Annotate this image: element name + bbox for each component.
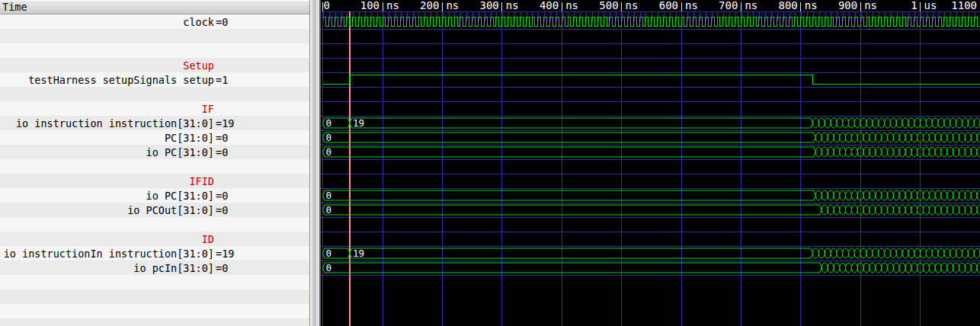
- signal-row[interactable]: PC[31:0]=0: [0, 130, 309, 145]
- signal-value: =0: [216, 262, 309, 274]
- timeline-tick-unit: ns: [506, 0, 519, 11]
- group-label: IF: [0, 103, 214, 115]
- timeline[interactable]: 0100ns200ns300ns400ns500ns600ns700ns800n…: [321, 0, 980, 11]
- blank-row: [0, 275, 309, 289]
- timeline-tick-label: 100: [360, 0, 380, 11]
- timeline-minor-ticks: [323, 11, 980, 21]
- grid-horizontal-line: [321, 174, 980, 174]
- timeline-tick-label: 600: [659, 0, 678, 11]
- timeline-tick-unit: ns: [745, 0, 757, 11]
- signal-name: io_PC[31:0]: [0, 190, 214, 202]
- signal-value: =0: [216, 190, 309, 202]
- signal-row[interactable]: io_instruction_instruction[31:0]=19: [0, 116, 309, 130]
- timeline-tick-label: 500: [599, 0, 618, 11]
- grid-horizontal-line: [321, 116, 980, 117]
- signal-name: io_instructionIn_instruction[31:0]: [0, 248, 214, 260]
- timeline-major-tick: [741, 2, 741, 11]
- signal-name: PC[31:0]: [0, 132, 214, 144]
- svg-text:0: 0: [326, 146, 332, 158]
- timeline-tick-unit: ns: [565, 0, 578, 11]
- signal-name: io_instruction_instruction[31:0]: [0, 117, 214, 129]
- timeline-major-tick: [442, 2, 443, 11]
- signal-row[interactable]: testHarness_setupSignals_setup=1: [0, 72, 309, 87]
- wave-canvas: 01900000190: [321, 0, 980, 326]
- timeline-major-tick: [920, 2, 921, 11]
- signal-value: =1: [216, 74, 309, 86]
- grid-horizontal-line: [321, 246, 980, 247]
- svg-text:0: 0: [326, 117, 332, 129]
- group-label-row[interactable]: IFID: [0, 174, 309, 188]
- svg-text:0: 0: [326, 248, 332, 259]
- signal-name: io_pcIn[31:0]: [0, 262, 214, 274]
- grid-horizontal-line: [321, 275, 980, 276]
- signal-value: =19: [216, 117, 309, 129]
- blank-row: [0, 43, 309, 58]
- timeline-tick-unit: us: [924, 0, 937, 11]
- wave-pane[interactable]: 01900000190 0100ns200ns300ns400ns500ns60…: [321, 0, 980, 326]
- signal-row[interactable]: io_pcIn[31:0]=0: [0, 260, 309, 275]
- marker-line: [349, 11, 351, 326]
- timeline-tick-label: 900: [838, 0, 857, 11]
- blank-row: [0, 289, 309, 304]
- grid-horizontal-line: [321, 188, 980, 189]
- signal-name: io_PC[31:0]: [0, 146, 214, 158]
- signal-row[interactable]: io_PC[31:0]=0: [0, 145, 309, 159]
- timeline-tick-unit: ns: [446, 0, 459, 11]
- signal-row[interactable]: io_instructionIn_instruction[31:0]=19: [0, 246, 309, 260]
- grid-horizontal-line: [321, 101, 980, 102]
- signal-value: =0: [216, 16, 309, 28]
- svg-text:0: 0: [326, 262, 332, 273]
- signal-value: =19: [216, 248, 309, 260]
- timeline-tick-label: 0: [324, 0, 330, 11]
- blank-row: [0, 217, 309, 232]
- svg-text:0: 0: [326, 204, 332, 216]
- grid-horizontal-line: [321, 145, 980, 145]
- signal-name: testHarness_setupSignals_setup: [0, 74, 214, 86]
- signal-name: io_PCOut[31:0]: [0, 204, 214, 216]
- grid-horizontal-line: [321, 159, 980, 160]
- signal-value: =0: [216, 146, 309, 158]
- signal-row[interactable]: io_PC[31:0]=0: [0, 188, 309, 203]
- signal-value: =0: [216, 132, 309, 144]
- grid-horizontal-line: [321, 58, 980, 59]
- svg-text:0: 0: [326, 190, 332, 201]
- signal-row[interactable]: clock=0: [0, 14, 309, 29]
- timeline-tick-label: 400: [540, 0, 559, 11]
- signal-value: =0: [216, 204, 309, 216]
- blank-row: [0, 318, 309, 326]
- signal-row[interactable]: io_PCOut[31:0]=0: [0, 203, 309, 217]
- grid-horizontal-line: [321, 29, 980, 30]
- grid-horizontal-line: [321, 260, 980, 261]
- timeline-tick-unit: ns: [805, 0, 818, 11]
- timeline-major-tick: [800, 2, 801, 11]
- timeline-major-tick: [501, 2, 502, 11]
- svg-text:19: 19: [353, 117, 364, 129]
- signal-pane: Time clock=0SetuptestHarness_setupSignal…: [0, 0, 309, 326]
- timeline-major-tick: [681, 2, 682, 11]
- timeline-tick-label: 300: [480, 0, 499, 11]
- blank-row: [0, 87, 309, 101]
- timeline-tick-unit: ns: [626, 0, 639, 11]
- signal-list: clock=0SetuptestHarness_setupSignals_set…: [0, 14, 309, 326]
- gtkwave-window: Time clock=0SetuptestHarness_setupSignal…: [0, 0, 980, 326]
- timeline-tick-label: 1100: [951, 0, 977, 11]
- timeline-tick-label: 700: [719, 0, 738, 11]
- vertical-scrollbar[interactable]: [309, 0, 321, 326]
- grid-horizontal-line: [321, 232, 980, 232]
- group-label-row[interactable]: IF: [0, 101, 309, 116]
- group-label: Setup: [0, 59, 214, 72]
- timeline-tick-unit: ns: [386, 0, 399, 11]
- signal-name: clock: [0, 16, 214, 28]
- timeline-tick-label: 800: [779, 0, 798, 11]
- blank-row: [0, 304, 309, 318]
- time-pane-header: Time: [0, 0, 309, 14]
- group-label-row[interactable]: Setup: [0, 58, 309, 72]
- grid-horizontal-line: [321, 130, 980, 131]
- blank-row: [0, 29, 309, 43]
- grid-horizontal-line: [321, 87, 980, 88]
- group-label: IFID: [0, 175, 214, 187]
- group-label-row[interactable]: ID: [0, 232, 309, 246]
- blank-row: [0, 159, 309, 174]
- grid-horizontal-line: [321, 72, 980, 73]
- grid-horizontal-line: [321, 217, 980, 218]
